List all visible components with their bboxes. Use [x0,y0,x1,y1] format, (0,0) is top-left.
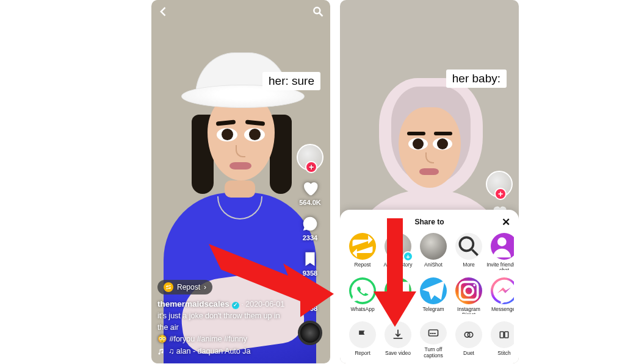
tutorial-arrow-save-video [374,218,416,330]
sound-disc[interactable] [298,321,322,345]
svg-point-12 [473,284,475,287]
invite-icon [491,233,514,260]
share-instagram-direct[interactable]: Instagram Direct [451,277,486,315]
svg-point-4 [312,223,314,225]
label: Stitch [497,351,510,356]
share-row-social: WhatsApp SMS Telegram Instagram Direct M… [345,277,514,315]
share-more[interactable]: More [451,233,486,270]
search-icon[interactable] [312,5,324,20]
action-duet[interactable]: Duet [451,321,486,359]
eyebrow [407,132,425,135]
whatsapp-icon [349,277,376,304]
label: Instagram Direct [451,307,486,315]
top-bar [151,4,330,22]
share-invite-friends[interactable]: Invite friends to chat [486,233,514,270]
messenger-icon [491,277,514,304]
share-row-actions: Report Save video Turn off captions Duet… [345,321,514,359]
captions-icon [420,321,447,344]
label: Messenger [491,307,514,312]
creator-avatar[interactable]: + [297,144,323,171]
eye [217,128,237,141]
eye [244,128,265,141]
label: Repost [355,262,371,268]
svg-line-6 [472,250,478,255]
stitch-icon [491,321,514,348]
share-messenger[interactable]: Messenger [486,277,514,315]
svg-marker-19 [374,218,416,327]
tiktok-screen-right: her baby: + Share to ✕ Repost [340,0,519,363]
label: Turn off captions [416,347,451,359]
telegram-icon [420,277,447,304]
lips [229,162,251,170]
svg-point-5 [460,237,473,251]
duet-icon [455,321,482,348]
label: AniShot [424,262,443,268]
share-sheet: Share to ✕ Repost + Add to Story AniShot [340,210,519,363]
action-turn-off-captions[interactable]: Turn off captions [416,321,451,359]
contact-avatar-icon [420,233,447,260]
action-stitch[interactable]: Stitch [486,321,514,359]
neck [225,180,255,198]
video-caption-overlay: her baby: [446,70,507,88]
lips [419,168,439,175]
label: Telegram [423,307,444,312]
creator-avatar[interactable]: + [486,171,513,198]
sound-row[interactable]: ♫ alan - daquan Auto Ja [157,346,287,357]
svg-point-7 [497,237,507,246]
share-contact-anishot[interactable]: AniShot [416,233,451,270]
svg-point-10 [464,286,474,295]
eye [408,138,428,150]
like-button[interactable]: 564.0K [299,179,320,206]
sound-text: ♫ alan - daquan Auto Ja [168,346,250,357]
share-sheet-header: Share to ✕ [345,216,514,228]
svg-rect-16 [500,332,504,338]
svg-point-0 [314,7,320,13]
back-icon[interactable] [157,5,170,20]
tutorial-arrow-share [209,233,337,321]
follow-plus-icon[interactable]: + [494,188,507,200]
flag-icon [349,321,376,348]
svg-point-2 [306,223,308,225]
follow-plus-icon[interactable]: + [305,161,317,173]
label: Invite friends to chat [486,262,514,270]
search-icon [455,233,482,260]
video-caption-overlay: her: sure [262,72,320,90]
repost-label: Repost [177,282,200,293]
share-title: Share to [414,218,444,226]
share-telegram[interactable]: Telegram [416,277,451,315]
svg-marker-18 [209,244,334,317]
svg-line-1 [320,13,323,16]
like-count: 564.0K [299,199,320,206]
chevron-right-icon: › [204,282,206,293]
label: More [463,262,474,268]
svg-point-3 [309,223,311,225]
share-row-targets: Repost + Add to Story AniShot More Invit… [345,233,514,270]
close-icon[interactable]: ✕ [502,216,510,229]
music-icon [157,348,165,355]
label: WhatsApp [350,307,374,312]
label: Save video [385,351,411,356]
eyebrow [434,132,452,135]
instagram-icon [455,277,482,304]
repost-icon [164,282,173,292]
svg-rect-17 [505,332,508,338]
eye [433,138,452,150]
hashtags[interactable]: 😳 #foryou #anime #funny [157,335,247,343]
repost-icon [349,233,376,260]
label: Report [355,351,370,356]
repost-pill[interactable]: Repost › [157,280,212,294]
label: Duet [463,351,474,356]
